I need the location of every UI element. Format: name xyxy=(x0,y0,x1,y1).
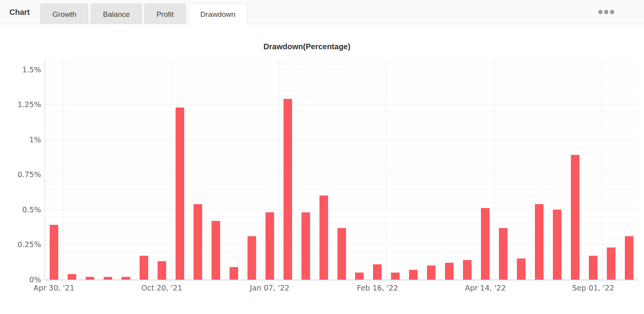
minor-gridline xyxy=(45,98,638,98)
major-gridline xyxy=(45,140,638,140)
x-axis-tick-label: Oct 20, '21 xyxy=(142,283,183,292)
drawdown-bar[interactable] xyxy=(463,260,472,280)
drawdown-bar[interactable] xyxy=(248,236,256,280)
minor-gridline xyxy=(45,63,638,63)
drawdown-bar[interactable] xyxy=(230,267,238,280)
drawdown-bar[interactable] xyxy=(571,155,579,280)
drawdown-bar[interactable] xyxy=(445,263,454,280)
drawdown-bar[interactable] xyxy=(607,248,615,280)
drawdown-bar[interactable] xyxy=(122,277,130,280)
drawdown-bar[interactable] xyxy=(140,256,148,280)
tab-profit[interactable]: Profit xyxy=(144,4,186,25)
minor-gridline xyxy=(45,161,638,161)
tab-drawdown[interactable]: Drawdown xyxy=(188,4,248,25)
drawdown-bar[interactable] xyxy=(373,264,382,280)
drawdown-bar[interactable] xyxy=(481,208,490,280)
plot-area xyxy=(45,59,638,280)
y-axis-labels: 0%0.25%0.5%0.75%1%1.25%1.5% xyxy=(0,59,41,280)
minor-gridline xyxy=(45,111,638,112)
drawdown-bar[interactable] xyxy=(212,221,220,280)
y-axis-tick-label: 1% xyxy=(29,135,41,144)
drawdown-bar[interactable] xyxy=(158,261,166,280)
minor-gridline xyxy=(45,91,638,91)
drawdown-bar[interactable] xyxy=(176,108,184,280)
drawdown-bar[interactable] xyxy=(86,277,94,280)
vertical-gridline xyxy=(171,59,171,280)
drawdown-bar[interactable] xyxy=(68,274,76,280)
minor-gridline xyxy=(45,181,638,182)
tab-balance[interactable]: Balance xyxy=(91,4,142,25)
more-options-button[interactable] xyxy=(597,8,616,16)
panel-title: Chart xyxy=(9,0,30,24)
ellipsis-icon xyxy=(610,10,614,14)
major-gridline xyxy=(45,210,638,210)
minor-gridline xyxy=(45,217,638,217)
minor-gridline xyxy=(45,126,638,126)
x-axis-tick-label: Sep 01, '22 xyxy=(572,283,614,292)
drawdown-bar[interactable] xyxy=(517,258,526,280)
drawdown-bar[interactable] xyxy=(319,196,328,280)
x-axis-tick-label: Apr 30, '21 xyxy=(34,283,75,292)
drawdown-bar[interactable] xyxy=(337,228,346,280)
panel-header: Chart GrowthBalanceProfitDrawdown xyxy=(0,0,644,24)
drawdown-bar[interactable] xyxy=(391,273,400,280)
drawdown-bar[interactable] xyxy=(427,266,436,280)
vertical-gridline xyxy=(63,59,63,280)
ellipsis-icon xyxy=(604,10,608,14)
chart-title: Drawdown(Percentage) xyxy=(0,42,614,51)
major-gridline xyxy=(45,104,638,105)
minor-gridline xyxy=(45,203,638,203)
minor-gridline xyxy=(45,168,638,168)
drawdown-bar[interactable] xyxy=(301,212,310,280)
x-axis-line xyxy=(45,280,638,280)
vertical-gridline xyxy=(279,59,279,280)
drawdown-bar[interactable] xyxy=(625,236,633,280)
drawdown-bar[interactable] xyxy=(265,212,274,280)
drawdown-bar[interactable] xyxy=(355,273,364,280)
ellipsis-icon xyxy=(598,10,603,14)
y-axis-tick-label: 1.25% xyxy=(18,100,41,109)
drawdown-bar[interactable] xyxy=(194,204,202,280)
drawdown-bar[interactable] xyxy=(50,225,58,280)
vertical-gridline xyxy=(386,59,387,280)
minor-gridline xyxy=(45,77,638,77)
x-axis-labels: Apr 30, '21Oct 20, '21Jan 07, '22Feb 16,… xyxy=(45,283,638,295)
vertical-gridline xyxy=(494,59,495,280)
minor-gridline xyxy=(45,133,638,133)
tab-bar: GrowthBalanceProfitDrawdown xyxy=(40,3,250,25)
y-axis-tick-label: 1.5% xyxy=(22,65,41,74)
y-axis-tick-label: 0.5% xyxy=(22,205,41,214)
x-axis-tick-label: Feb 16, '22 xyxy=(357,283,398,292)
minor-gridline xyxy=(45,118,638,119)
minor-gridline xyxy=(45,188,638,189)
drawdown-bar[interactable] xyxy=(553,210,561,280)
major-gridline xyxy=(45,174,638,175)
drawdown-bar[interactable] xyxy=(535,204,544,280)
minor-gridline xyxy=(45,154,638,154)
drawdown-bar[interactable] xyxy=(499,228,508,280)
drawdown-bar[interactable] xyxy=(283,99,292,280)
drawdown-bar[interactable] xyxy=(409,270,418,280)
vertical-gridline xyxy=(602,59,603,280)
minor-gridline xyxy=(45,147,638,147)
minor-gridline xyxy=(45,224,638,224)
tab-growth[interactable]: Growth xyxy=(40,4,88,25)
y-axis-line xyxy=(45,59,45,280)
drawdown-chart: Drawdown(Percentage) 0%0.25%0.5%0.75%1%1… xyxy=(0,24,644,314)
minor-gridline xyxy=(45,196,638,196)
y-axis-tick-label: 0% xyxy=(29,275,41,284)
minor-gridline xyxy=(45,84,638,84)
drawdown-bar[interactable] xyxy=(589,256,597,280)
major-gridline xyxy=(45,70,638,70)
drawdown-bar[interactable] xyxy=(104,277,112,280)
x-axis-tick-label: Jan 07, '22 xyxy=(250,283,289,292)
x-axis-tick-label: Apr 14, '22 xyxy=(465,283,506,292)
y-axis-tick-label: 0.75% xyxy=(18,170,41,179)
y-axis-tick-label: 0.25% xyxy=(18,240,41,249)
